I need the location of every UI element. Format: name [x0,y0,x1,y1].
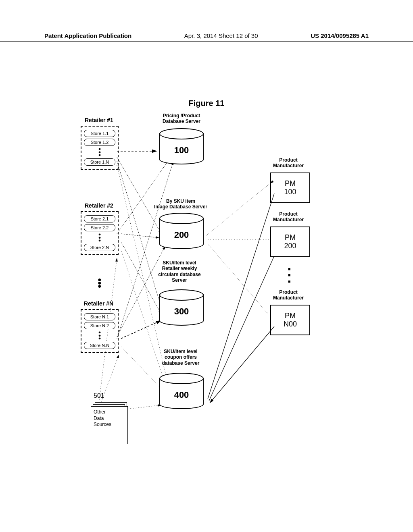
retailer-n-label: Retailer #N [84,300,113,307]
header-left: Patent Application Publication [44,32,131,39]
db-300-cylinder: 300 [159,289,204,326]
db-400-cylinder: 400 [159,373,204,409]
db-400-ref: 400 [159,390,204,400]
svg-line-20 [210,326,274,403]
svg-line-8 [121,320,161,339]
retailer-1-label: Retailer #1 [85,117,113,124]
db-200-title: By SKU item Image Database Server [148,198,213,210]
pm-n00-label: Product Manufacturer [266,289,311,301]
svg-line-5 [117,246,165,337]
pm-n00-line1: PM [285,312,296,320]
page-header: Patent Application Publication Apr. 3, 2… [0,32,413,42]
svg-line-18 [208,193,274,399]
store-chip: Store 1.1 [84,130,115,137]
ref-501: 501 [94,392,104,399]
svg-line-3 [117,157,161,234]
retailer-2-label: Retailer #2 [85,202,113,209]
header-center: Apr. 3, 2014 Sheet 12 of 30 [184,32,258,39]
store-chip: Store 2.N [84,244,115,251]
db-100-title: Pricing /Product Database Server [155,113,208,125]
retailer-n-group: Store N.1 Store N.2 ●●● Store N.N [81,309,119,353]
db-300-title: SKU/Item level Retailer weekly circulars… [149,260,210,283]
figure-title: Figure 11 [189,99,225,108]
db-200-cylinder: 200 [159,213,204,249]
pm-200-line2: 200 [284,242,296,250]
store-chip: Store 1.2 [84,139,115,146]
vertical-dots-icon: ●●● [81,331,118,340]
header-right: US 2014/0095285 A1 [311,32,369,39]
svg-line-14 [127,405,161,409]
svg-line-15 [206,183,270,236]
pm-200-label: Product Manufacturer [266,211,311,223]
store-chip: Store 2.2 [84,224,115,231]
svg-line-19 [209,256,274,401]
pm-100-line2: 100 [284,188,296,196]
diagram-canvas: Retailer #1 Store 1.1 Store 1.2 ●●● Stor… [56,113,359,476]
pm-n00-line2: N00 [284,320,297,328]
svg-line-17 [208,244,270,316]
svg-line-4 [121,234,159,238]
store-chip: Store 2.1 [84,215,115,222]
store-chip: Store N.1 [84,313,115,320]
db-300-ref: 300 [159,306,204,317]
store-chip: Store N.N [84,342,115,349]
retailer-1-group: Store 1.1 Store 1.2 ●●● Store 1.N [81,126,119,170]
db-100-ref: 100 [159,145,204,156]
retailer-2-group: Store 2.1 Store 2.2 ●●● Store 2.N [81,211,119,255]
vertical-dots-icon: ●●● [81,233,118,242]
store-chip: Store N.2 [84,322,115,329]
data-sources-box: Other Data Sources [91,406,128,444]
pm-n00-box: PM N00 [270,305,310,335]
svg-line-6 [117,161,163,314]
pm-100-box: PM 100 [270,172,310,203]
vertical-dots-icon: ●●● [98,278,102,288]
db-200-ref: 200 [159,230,204,240]
vertical-dots-icon: ■■■ [288,266,291,285]
pm-200-line1: PM [285,233,296,242]
store-chip: Store 1.N [84,158,115,166]
pm-100-line1: PM [285,179,296,188]
pm-100-label: Product Manufacturer [266,157,311,169]
pm-200-box: PM 200 [270,227,310,257]
db-100-cylinder: 100 [159,128,204,164]
db-400-title: SKU/Item level coupon offers database Se… [152,349,209,366]
vertical-dots-icon: ●●● [81,148,118,157]
